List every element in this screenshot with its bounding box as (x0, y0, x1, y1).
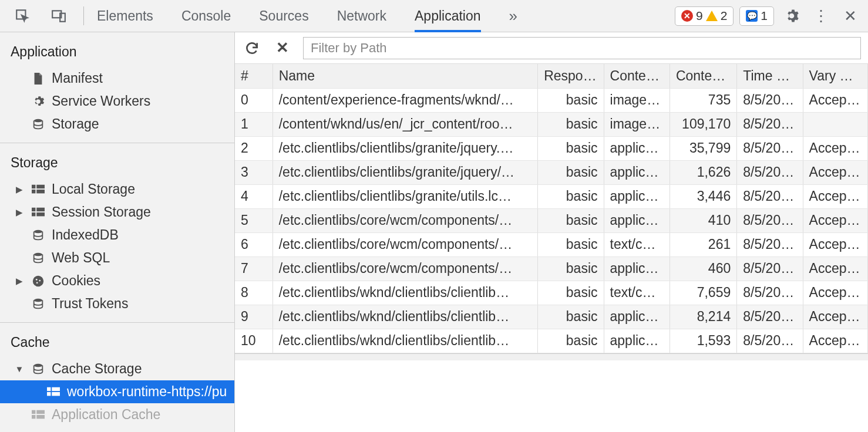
file-icon (31, 72, 46, 85)
close-icon[interactable]: ✕ (839, 7, 862, 25)
sidebar-heading-cache: Cache (0, 329, 234, 357)
svg-point-19 (34, 363, 43, 367)
settings-icon[interactable] (780, 8, 803, 23)
cookie-icon (31, 275, 46, 288)
table-row[interactable]: 7/etc.clientlibs/core/wcm/components/…ba… (235, 256, 868, 281)
tab-sources[interactable]: Sources (259, 0, 308, 32)
console-errors-warnings-badge[interactable]: ✕ 9 2 (675, 6, 734, 26)
svg-rect-8 (32, 207, 35, 211)
grid-icon (31, 410, 46, 420)
cell-name: /etc.clientlibs/clientlibs/granite/utils… (272, 184, 537, 208)
cell-vary-header: Accep… (803, 184, 867, 208)
cache-entries-table: # Name Respo… Conte… Conte… Time … Vary … (235, 64, 868, 432)
database-icon (31, 298, 46, 310)
col-time-cached[interactable]: Time … (737, 64, 803, 88)
sidebar-item-cache-storage[interactable]: ▼ Cache Storage (0, 357, 234, 380)
table-row[interactable]: 5/etc.clientlibs/core/wcm/components/…ba… (235, 208, 868, 232)
col-vary-header[interactable]: Vary H… (803, 64, 867, 88)
sidebar-item-workbox-runtime[interactable]: workbox-runtime-https://pu (0, 380, 234, 403)
tabs-overflow-icon[interactable]: » (509, 0, 517, 32)
sidebar-item-local-storage[interactable]: ▶ Local Storage (0, 178, 234, 201)
database-icon (31, 363, 46, 376)
sidebar-item-application-cache[interactable]: Application Cache (0, 403, 234, 426)
col-name[interactable]: Name (272, 64, 537, 88)
sidebar-item-manifest[interactable]: Manifest (0, 67, 234, 90)
svg-rect-27 (36, 415, 45, 419)
svg-rect-10 (32, 212, 35, 216)
inspect-element-icon[interactable] (11, 8, 34, 23)
cell-vary-header: Accep… (803, 256, 867, 281)
svg-rect-26 (32, 415, 35, 419)
col-response-type[interactable]: Respo… (538, 64, 604, 88)
sidebar-item-label: workbox-runtime-https://pu (67, 384, 227, 400)
refresh-button[interactable] (242, 41, 262, 56)
sidebar-item-service-workers[interactable]: Service Workers (0, 90, 234, 113)
devtools-topbar: Elements Console Sources Network Applica… (0, 0, 868, 32)
cell-content-type: text/c… (604, 281, 669, 305)
cache-storage-panel: ✕ # Name Respo… Conte… Conte… Time … Var… (235, 32, 868, 432)
tab-network[interactable]: Network (337, 0, 386, 32)
more-menu-icon[interactable]: ⋮ (809, 7, 833, 25)
tab-console[interactable]: Console (181, 0, 231, 32)
sidebar-item-cookies[interactable]: ▶ Cookies (0, 269, 234, 292)
sidebar-item-trust-tokens[interactable]: Trust Tokens (0, 292, 234, 315)
sidebar-item-label: Storage (52, 116, 99, 132)
table-row[interactable]: 8/etc.clientlibs/wknd/clientlibs/clientl… (235, 281, 868, 305)
cell-name: /etc.clientlibs/wknd/clientlibs/clientli… (272, 305, 537, 329)
cell-time-cached: 8/5/20… (737, 184, 803, 208)
sidebar-item-web-sql[interactable]: Web SQL (0, 247, 234, 269)
col-content-type[interactable]: Conte… (604, 64, 669, 88)
sidebar-item-session-storage[interactable]: ▶ Session Storage (0, 201, 234, 224)
grid-icon (31, 184, 46, 195)
col-content-length[interactable]: Conte… (669, 64, 736, 88)
table-row[interactable]: 0/content/experience-fragments/wknd/…bas… (235, 88, 868, 112)
cell-content-type: applic… (604, 136, 669, 160)
delete-button[interactable]: ✕ (272, 39, 292, 57)
cell-vary-header: Accep… (803, 208, 867, 232)
cell-content-length: 7,659 (669, 281, 736, 305)
cell-vary-header (803, 112, 867, 136)
cell-vary-header: Accep… (803, 88, 867, 112)
table-row[interactable]: 3/etc.clientlibs/clientlibs/granite/jque… (235, 160, 868, 184)
tab-application[interactable]: Application (415, 0, 481, 32)
horizontal-scrollbar[interactable] (235, 353, 868, 360)
cell-response-type: basic (538, 160, 604, 184)
table-row[interactable]: 1/content/wknd/us/en/_jcr_content/roo…ba… (235, 112, 868, 136)
cell-time-cached: 8/5/20… (737, 305, 803, 329)
table-row[interactable]: 4/etc.clientlibs/clientlibs/granite/util… (235, 184, 868, 208)
sidebar-section-cache: Cache ▼ Cache Storage workbox-runtime-ht… (0, 323, 234, 432)
chevron-right-icon: ▶ (14, 276, 25, 286)
sidebar-item-label: Application Cache (52, 407, 160, 423)
sidebar-heading-application: Application (0, 38, 234, 67)
cell-response-type: basic (538, 208, 604, 232)
database-icon (31, 252, 46, 265)
sidebar-section-application: Application Manifest Service Workers (0, 32, 234, 143)
table-row[interactable]: 10/etc.clientlibs/wknd/clientlibs/client… (235, 329, 868, 353)
issues-badge[interactable]: 💬 1 (739, 6, 774, 26)
cell-index: 2 (235, 136, 272, 160)
cell-time-cached: 8/5/20… (737, 160, 803, 184)
cell-vary-header: Accep… (803, 232, 867, 256)
table-row[interactable]: 9/etc.clientlibs/wknd/clientlibs/clientl… (235, 305, 868, 329)
cell-vary-header: Accep… (803, 305, 867, 329)
cell-time-cached: 8/5/20… (737, 232, 803, 256)
sidebar-item-indexeddb[interactable]: IndexedDB (0, 224, 234, 247)
filter-by-path-input[interactable] (303, 37, 861, 59)
table-header-row: # Name Respo… Conte… Conte… Time … Vary … (235, 64, 868, 88)
sidebar-item-storage[interactable]: Storage (0, 113, 234, 136)
cell-index: 7 (235, 256, 272, 281)
cache-toolbar: ✕ (235, 32, 868, 64)
table-row[interactable]: 2/etc.clientlibs/clientlibs/granite/jque… (235, 136, 868, 160)
sidebar-item-label: Web SQL (52, 250, 110, 266)
panel-tabs: Elements Console Sources Network Applica… (97, 0, 675, 32)
warning-count: 2 (721, 9, 728, 23)
toggle-device-toolbar-icon[interactable] (47, 8, 70, 23)
cell-content-length: 1,626 (669, 160, 736, 184)
table-row[interactable]: 6/etc.clientlibs/core/wcm/components/…ba… (235, 232, 868, 256)
cell-time-cached: 8/5/20… (737, 208, 803, 232)
col-index[interactable]: # (235, 64, 272, 88)
cell-response-type: basic (538, 88, 604, 112)
tab-elements[interactable]: Elements (97, 0, 153, 32)
svg-point-14 (33, 275, 43, 286)
cell-content-length: 460 (669, 256, 736, 281)
